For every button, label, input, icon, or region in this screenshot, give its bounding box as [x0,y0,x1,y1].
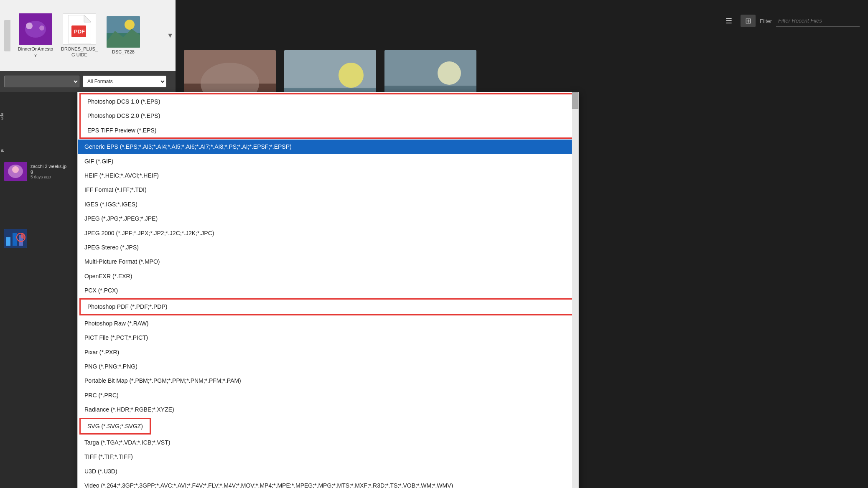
dropdown-item-eps-tiff[interactable]: EPS TIFF Preview (*.EPS) [81,123,575,137]
dropdown-item-prc[interactable]: PRC (*.PRC) [78,388,578,402]
thumbnail-item[interactable]: DSC_7628 [104,16,142,55]
photo-landscape-icon [107,16,140,48]
thumb-label: DinnerOnAmesto y [17,46,54,57]
scrollbar-track: ▲ ▼ [572,92,578,488]
photo-icon [19,13,52,45]
svg-point-2 [26,23,33,29]
dropdown-item-targa[interactable]: Targa (*.TGA;*.VDA;*.ICB;*.VST) [78,435,578,450]
recent-thumb [4,162,27,181]
recent-thumb [4,229,27,248]
partial-side-label-bottom: al [0,146,9,154]
pdf-document-icon: PDF [68,15,91,43]
dropdown-item-iges[interactable]: IGES (*.IGS;*.IGES) [78,197,578,211]
thumb-image: PDF [63,13,96,45]
thumbnail-item[interactable]: DinnerOnAmesto y [17,13,54,57]
dropdown-item-iff[interactable]: IFF Format (*.IFF;*.TDI) [78,183,578,197]
svg-point-29 [438,61,461,85]
thumbnail-item[interactable]: PDF DRONES_PLUS_G UIDE [61,13,98,57]
dropdown-item-gif[interactable]: GIF (*.GIF) [78,154,578,168]
dropdown-item-photoshop-dcs-2[interactable]: Photoshop DCS 2.0 (*.EPS) [81,109,575,123]
dropdown-item-svg[interactable]: SVG (*.SVG;*.SVGZ) [81,419,150,433]
recent-info [31,238,69,239]
dropdown-item-generic-eps[interactable]: Generic EPS (*.EPS;*.AI3;*.AI4;*.AI5;*.A… [78,140,578,154]
thumb-image [107,16,140,48]
svg-point-3 [39,25,44,30]
right-top-bar: ☰ ⊞ Filter [176,0,868,42]
recent-file-item[interactable] [0,226,73,251]
baby-photo-icon [4,162,27,181]
dropdown-item-video[interactable]: Video (*.264;*.3GP;*.3GPP;*.AVC;*.AVI;*.… [78,478,578,488]
grid-view-button[interactable]: ⊞ [741,15,756,27]
format-dropdown-list: ▲ ▼ Photoshop DCS 1.0 (*.EPS) Photoshop … [77,92,579,488]
scroll-down-arrow[interactable]: ▼ [167,32,173,39]
list-view-button[interactable]: ☰ [721,15,736,27]
dropdown-item-tiff[interactable]: TIFF (*.TIF;*.TIFF) [78,450,578,464]
chart-icon [4,229,27,248]
dropdown-item-portable-bitmap[interactable]: Portable Bit Map (*.PBM;*.PGM;*.PPM;*.PN… [78,374,578,388]
scrollbar-thumb[interactable] [572,92,578,109]
red-border-group-eps: Photoshop DCS 1.0 (*.EPS) Photoshop DCS … [79,93,577,139]
dropdown-item-photoshop-dcs-1[interactable]: Photoshop DCS 1.0 (*.EPS) [81,94,575,109]
thumb-label: DRONES_PLUS_G UIDE [61,46,98,57]
svg-point-15 [12,166,19,173]
svg-point-26 [339,63,364,88]
dropdown-item-openexr[interactable]: OpenEXR (*.EXR) [78,269,578,283]
dropdown-item-photoshop-raw[interactable]: Photoshop Raw (*.RAW) [78,316,578,330]
red-border-group-pdf: Photoshop PDF (*.PDF;*.PDP) [79,298,577,315]
format-filter-bar: All Formats [0,71,176,92]
filter-label: Filter [760,18,772,24]
dropdown-item-heif[interactable]: HEIF (*.HEIC;*.AVCI;*.HEIF) [78,168,578,183]
dropdown-item-pixar[interactable]: Pixar (*.PXR) [78,345,578,359]
format-dropdown[interactable]: All Formats [83,76,166,87]
dropdown-item-jpeg[interactable]: JPEG (*.JPG;*.JPEG;*.JPE) [78,211,578,226]
dropdown-item-radiance[interactable]: Radiance (*.HDR;*.RGBE;*.XYZE) [78,402,578,417]
partial-thumb [4,20,10,51]
dropdown-item-pcx[interactable]: PCX (*.PCX) [78,283,578,297]
thumb-label: DSC_7628 [112,49,135,55]
red-border-group-svg: SVG (*.SVG;*.SVGZ) [79,418,151,435]
svg-rect-18 [13,233,17,246]
dropdown-item-jpeg-stereo[interactable]: JPEG Stereo (*.JPS) [78,240,578,254]
dropdown-item-u3d[interactable]: U3D (*.U3D) [78,464,578,478]
location-dropdown[interactable] [4,76,79,87]
red-border-wrapper-svg: SVG (*.SVG;*.SVGZ) [78,417,578,435]
list-view-icon: ☰ [725,16,732,25]
dropdown-item-multi-picture[interactable]: Multi-Picture Format (*.MPO) [78,254,578,269]
dropdown-item-photoshop-pdf[interactable]: Photoshop PDF (*.PDF;*.PDP) [81,300,575,314]
svg-text:PDF: PDF [74,28,85,35]
recent-date: 5 days ago [31,175,69,179]
svg-point-11 [125,20,135,30]
svg-rect-17 [6,237,10,246]
recent-filename: zacchi 2 weeks.jpg [31,164,69,174]
partial-side-label-top: epe [0,113,9,122]
recent-file-item[interactable]: zacchi 2 weeks.jpg 5 days ago [0,159,73,184]
recent-info: zacchi 2 weeks.jpg 5 days ago [31,164,69,179]
filter-recent-input[interactable] [776,15,860,27]
dropdown-item-pict[interactable]: PICT File (*.PCT;*.PICT) [78,330,578,345]
dropdown-item-jpeg2000[interactable]: JPEG 2000 (*.JPF;*.JPX;*.JP2;*.J2C;*.J2K… [78,226,578,240]
thumb-image [19,13,52,45]
grid-view-icon: ⊞ [745,16,751,25]
file-thumbnails-bar: DinnerOnAmesto y PDF DRONES_PLUS_G UIDE [0,0,176,71]
dropdown-item-png[interactable]: PNG (*.PNG;*.PNG) [78,359,578,374]
